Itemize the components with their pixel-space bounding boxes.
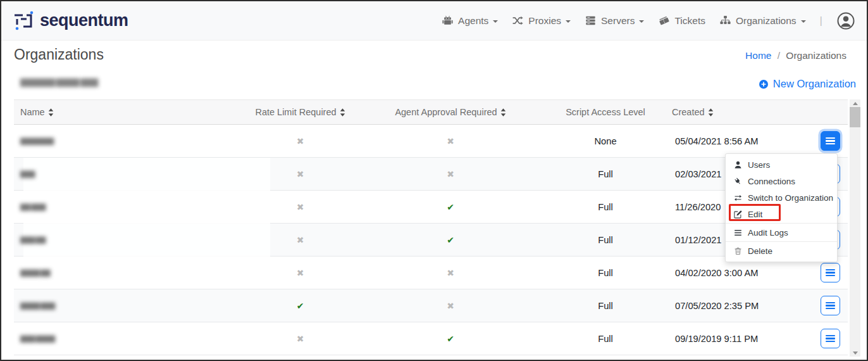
nav-item-label: Proxies — [528, 15, 561, 27]
cell-agent-approval: ✔ — [362, 334, 539, 344]
vertical-scrollbar[interactable] — [850, 99, 860, 357]
column-header-label: Created — [672, 107, 705, 117]
created-value: 09/19/2019 9:11 PM — [675, 334, 758, 344]
row-actions-button[interactable] — [821, 263, 840, 282]
column-header-label: Rate Limit Required — [255, 107, 336, 117]
sort-icon — [708, 108, 714, 117]
cell-script-access-level: Full — [539, 235, 672, 245]
new-organization-label: New Organization — [773, 78, 856, 90]
cell-agent-approval: ✖ — [362, 136, 539, 146]
redaction-overlay — [23, 158, 270, 258]
column-header-label: Agent Approval Required — [395, 107, 497, 117]
cell-name: ▇▇▇▇▇▇▇ — [14, 137, 239, 145]
script-access-level-value: Full — [598, 169, 613, 179]
cell-agent-approval: ✔ — [362, 202, 539, 212]
breadcrumb-home-link[interactable]: Home — [745, 50, 771, 61]
check-icon: ✔ — [447, 334, 454, 344]
menu-item-users[interactable]: Users — [726, 156, 837, 173]
user-menu-button[interactable] — [836, 11, 855, 30]
nav-separator: | — [820, 15, 822, 27]
cell-script-access-level: Full — [539, 301, 672, 311]
cross-icon: ✖ — [447, 301, 454, 311]
cross-icon: ✖ — [297, 268, 304, 278]
chevron-down-icon — [566, 20, 571, 25]
nav-item-agents[interactable]: Agents — [442, 15, 498, 27]
sort-icon — [500, 108, 506, 117]
cell-created: 04/02/2020 3:00 AM — [672, 268, 786, 278]
app-window: sequentum AgentsProxiesServersTicketsOrg… — [0, 0, 868, 361]
nav-items: AgentsProxiesServersTicketsOrganizations — [442, 15, 806, 27]
nav-item-organizations[interactable]: Organizations — [719, 15, 806, 27]
cell-name: ▇▇▇▇ ▇▇ — [14, 269, 239, 277]
hamburger-icon — [826, 136, 835, 146]
script-access-level-value: Full — [598, 301, 613, 311]
nav-item-proxies[interactable]: Proxies — [512, 15, 571, 27]
menu-item-connections[interactable]: Connections — [726, 173, 837, 189]
table-row: ▇▇▇▇▇▇▇✖✖None05/04/2021 8:56 AM — [14, 125, 848, 158]
cell-created: 07/05/2020 2:35 PM — [672, 301, 786, 311]
script-access-level-value: Full — [598, 202, 613, 212]
switch-icon — [733, 193, 743, 203]
cell-actions — [786, 329, 848, 348]
trash-icon — [733, 246, 743, 256]
list-icon — [733, 228, 743, 238]
nav-item-tickets[interactable]: Tickets — [658, 15, 705, 27]
menu-item-label: Delete — [748, 246, 772, 256]
created-value: 11/26/2020 — [675, 202, 721, 212]
plus-circle-icon — [759, 79, 769, 89]
menu-item-delete[interactable]: Delete — [726, 243, 837, 259]
menu-item-label: Connections — [748, 177, 795, 186]
cell-actions — [786, 131, 848, 151]
row-actions-button[interactable] — [821, 329, 840, 348]
table-head: NameRate Limit RequiredAgent Approval Re… — [14, 99, 848, 125]
nav-item-servers[interactable]: Servers — [585, 15, 644, 27]
plug-icon — [733, 177, 743, 186]
organization-name-redacted: ▇▇▇▇ ▇▇▇ — [20, 301, 54, 310]
cell-created: 09/19/2019 9:11 PM — [672, 334, 786, 344]
cell-rate-limit: ✔ — [239, 301, 362, 311]
top-bar: sequentum AgentsProxiesServersTicketsOrg… — [1, 1, 867, 41]
sort-icon — [48, 108, 54, 117]
column-header-label: Script Access Level — [566, 107, 645, 117]
cell-rate-limit: ✖ — [239, 136, 362, 146]
menu-divider — [726, 223, 837, 224]
created-value: 01/12/2021 — [675, 235, 722, 245]
column-header-rate-limit-required[interactable]: Rate Limit Required — [239, 107, 362, 117]
scrollbar-thumb[interactable] — [850, 107, 860, 127]
cross-icon: ✖ — [297, 334, 304, 344]
user-avatar-icon — [836, 11, 855, 30]
robot-icon — [442, 15, 454, 27]
cross-icon: ✖ — [447, 169, 454, 179]
menu-divider — [726, 241, 837, 242]
cell-created: 05/04/2021 8:56 AM — [672, 136, 786, 146]
hamburger-icon — [826, 300, 835, 311]
edit-highlight-annotation — [729, 204, 781, 221]
column-header-agent-approval-required[interactable]: Agent Approval Required — [362, 107, 539, 117]
column-header-name[interactable]: Name — [14, 107, 239, 117]
breadcrumb-separator: / — [778, 50, 780, 61]
scrollbar-up-arrow[interactable] — [850, 99, 860, 107]
brand-logo[interactable]: sequentum — [13, 10, 128, 32]
brand-name: sequentum — [40, 11, 128, 30]
row-actions-button[interactable] — [821, 296, 840, 315]
scrollbar-down-arrow[interactable] — [850, 349, 860, 357]
created-value: 02/03/2021 — [675, 169, 722, 179]
new-organization-button[interactable]: New Organization — [759, 78, 856, 90]
menu-item-label: Users — [748, 160, 770, 170]
breadcrumb: Home / Organizations — [745, 50, 846, 61]
sequentum-logo-icon — [13, 10, 34, 32]
menu-item-audit-logs[interactable]: Audit Logs — [726, 224, 837, 241]
cross-icon: ✖ — [297, 202, 304, 212]
column-header-created[interactable]: Created — [672, 107, 786, 117]
cross-icon: ✖ — [447, 268, 454, 278]
menu-item-label: Audit Logs — [748, 228, 788, 238]
cell-rate-limit: ✖ — [239, 268, 362, 278]
nav-item-label: Agents — [458, 15, 488, 27]
row-actions-button[interactable] — [821, 131, 840, 151]
top-nav: AgentsProxiesServersTicketsOrganizations… — [442, 11, 855, 30]
cross-icon: ✖ — [297, 169, 304, 179]
shuffle-icon — [512, 15, 524, 27]
organization-name-redacted: ▇▇▇ — [20, 170, 34, 178]
table-row: ▇▇▇▇ ▇▇▇✔✖Full07/05/2020 2:35 PM — [14, 289, 848, 322]
cell-rate-limit: ✖ — [239, 334, 362, 344]
